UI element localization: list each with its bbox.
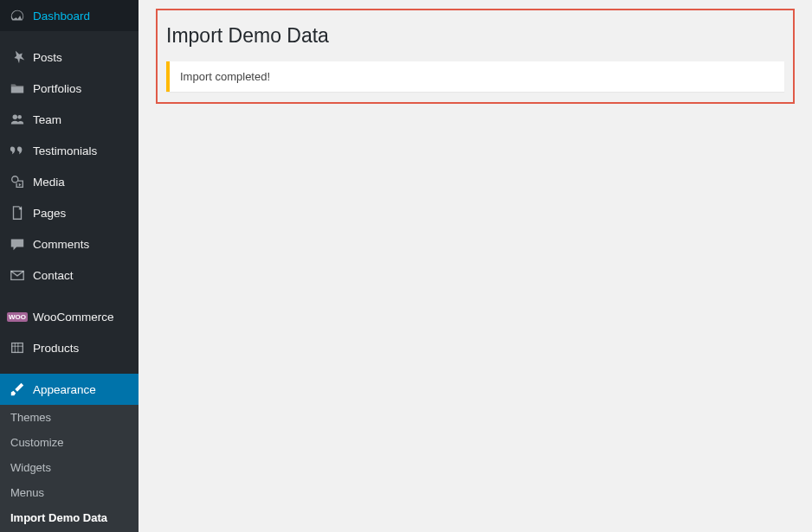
sidebar-item-products[interactable]: Products: [0, 332, 139, 363]
sidebar-item-comments[interactable]: Comments: [0, 228, 139, 260]
submenu-item-themes[interactable]: Themes: [0, 405, 139, 430]
appearance-submenu: Themes Customize Widgets Menus Import De…: [0, 405, 139, 532]
dashboard-icon: [9, 7, 26, 24]
svg-point-1: [17, 115, 22, 119]
sidebar-item-label: Media: [33, 176, 65, 189]
main-content: Import Demo Data Import completed!: [139, 0, 812, 532]
sidebar-item-dashboard[interactable]: Dashboard: [0, 0, 139, 31]
sidebar-item-pages[interactable]: Pages: [0, 197, 139, 228]
sidebar-item-label: Testimonials: [33, 144, 97, 157]
submenu-item-menus[interactable]: Menus: [0, 480, 139, 505]
sidebar-item-label: Contact: [33, 269, 74, 282]
admin-sidebar: Dashboard Posts Portfolios Team Testimon…: [0, 0, 139, 532]
svg-point-0: [13, 115, 17, 119]
media-icon: [9, 173, 26, 190]
sidebar-item-appearance[interactable]: Appearance: [0, 374, 139, 405]
sidebar-item-label: Portfolios: [33, 82, 81, 95]
sidebar-item-label: WooCommerce: [33, 311, 114, 324]
sidebar-item-label: Pages: [33, 207, 66, 220]
submenu-item-import-demo-data[interactable]: Import Demo Data: [0, 505, 139, 530]
pin-icon: [9, 48, 26, 66]
notice-success: Import completed!: [166, 61, 784, 92]
sidebar-item-label: Comments: [33, 238, 89, 251]
sidebar-item-label: Team: [33, 113, 61, 126]
pages-icon: [9, 204, 26, 221]
quote-icon: [9, 142, 26, 159]
sidebar-item-label: Dashboard: [33, 10, 90, 22]
products-icon: [9, 339, 26, 356]
woo-icon: WOO: [9, 308, 26, 325]
submenu-item-widgets[interactable]: Widgets: [0, 455, 139, 480]
svg-point-2: [12, 176, 18, 183]
folder-icon: [9, 80, 26, 97]
brush-icon: [9, 381, 26, 398]
envelope-icon: [9, 266, 26, 284]
sidebar-item-portfolios[interactable]: Portfolios: [0, 73, 139, 104]
highlight-box: Import Demo Data Import completed!: [156, 9, 795, 104]
sidebar-item-posts[interactable]: Posts: [0, 42, 139, 73]
page-title: Import Demo Data: [166, 16, 784, 53]
sidebar-item-label: Appearance: [33, 383, 96, 396]
sidebar-item-media[interactable]: Media: [0, 166, 139, 197]
submenu-item-customize[interactable]: Customize: [0, 430, 139, 455]
sidebar-item-testimonials[interactable]: Testimonials: [0, 135, 139, 166]
comment-icon: [9, 235, 26, 253]
sidebar-item-team[interactable]: Team: [0, 104, 139, 135]
people-icon: [9, 111, 26, 128]
sidebar-item-contact[interactable]: Contact: [0, 260, 139, 291]
svg-rect-3: [12, 343, 23, 353]
sidebar-item-woocommerce[interactable]: WOO WooCommerce: [0, 301, 139, 332]
sidebar-item-label: Products: [33, 342, 79, 355]
notice-text: Import completed!: [180, 70, 774, 83]
sidebar-item-label: Posts: [33, 51, 62, 64]
